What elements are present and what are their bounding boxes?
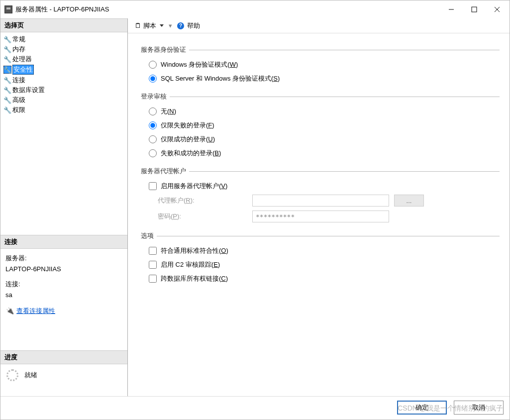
maximize-button[interactable] [463, 1, 486, 18]
wrench-icon: 🔧 [3, 106, 11, 114]
cancel-button[interactable]: 取消 [454, 401, 504, 415]
wrench-icon: 🔧 [3, 45, 11, 53]
sidebar-item-advanced[interactable]: 🔧高级 [2, 95, 125, 105]
sidebar-item-label: 安全性 [12, 65, 34, 75]
server-auth-group: 服务器身份验证 Windows 身份验证模式(W) SQL Server 和 W… [141, 45, 500, 85]
login-audit-group: 登录审核 无(N) 仅限失败的登录(F) 仅限成功的登录(U) [141, 92, 500, 160]
script-label: 脚本 [143, 21, 156, 30]
progress-header: 进度 [0, 350, 127, 364]
options-group: 选项 符合通用标准符合性(O) 启用 C2 审核跟踪(E) 跨数据库所有权链接(… [141, 231, 500, 285]
sidebar-item-memory[interactable]: 🔧内存 [2, 44, 125, 54]
enable-proxy-checkbox[interactable]: 启用服务器代理帐户(V) [149, 182, 499, 191]
connection-value: sa [5, 290, 122, 301]
audit-success-radio[interactable]: 仅限成功的登录(U) [149, 135, 499, 144]
sidebar-item-security[interactable]: 🔧安全性 [2, 64, 125, 75]
plug-icon: 🔌 [5, 308, 14, 315]
auth-windows-radio[interactable]: Windows 身份验证模式(W) [149, 60, 499, 69]
wrench-icon: 🔧 [3, 96, 11, 104]
browse-proxy-button[interactable]: ... [394, 195, 424, 207]
proxy-account-group: 服务器代理帐户 启用服务器代理帐户(V) 代理帐户(R): ... 密码(P): [141, 167, 500, 224]
connection-label: 连接: [5, 279, 122, 290]
proxy-password-field[interactable] [252, 210, 389, 222]
audit-failed-radio[interactable]: 仅限失败的登录(F) [149, 121, 499, 130]
help-icon: ? [177, 22, 184, 29]
audit-none-radio[interactable]: 无(N) [149, 107, 499, 116]
view-connection-properties-link[interactable]: 查看连接属性 [16, 306, 55, 316]
proxy-account-legend: 服务器代理帐户 [141, 167, 189, 176]
script-icon: 🗒 [135, 22, 141, 29]
wrench-icon: 🔧 [3, 35, 11, 43]
sidebar-item-permissions[interactable]: 🔧权限 [2, 105, 125, 115]
connection-info: 服务器: LAPTOP-6PNJIIAS 连接: sa 🔌 查看连接属性 [0, 249, 127, 320]
c2-audit-checkbox[interactable]: 启用 C2 审核跟踪(E) [149, 260, 499, 269]
common-criteria-checkbox[interactable]: 符合通用标准符合性(O) [149, 246, 499, 255]
wrench-icon: 🔧 [3, 66, 11, 74]
proxy-account-row: 代理帐户(R): ... [149, 195, 499, 207]
sidebar-item-label: 权限 [12, 105, 25, 114]
minimize-button[interactable] [440, 1, 463, 18]
wrench-icon: 🔧 [3, 76, 11, 84]
options-legend: 选项 [141, 231, 157, 240]
svg-rect-1 [472, 7, 477, 12]
sidebar-item-label: 高级 [12, 96, 25, 105]
window-buttons [440, 1, 509, 18]
help-label: 帮助 [187, 21, 200, 30]
login-audit-legend: 登录审核 [141, 92, 170, 101]
server-auth-legend: 服务器身份验证 [141, 45, 189, 54]
sidebar-item-connections[interactable]: 🔧连接 [2, 75, 125, 85]
sidebar-item-label: 内存 [12, 45, 25, 54]
ok-button[interactable]: 确定 [397, 401, 447, 415]
close-button[interactable] [486, 1, 509, 18]
sidebar-item-label: 常规 [12, 35, 25, 44]
select-page-header: 选择页 [0, 18, 127, 32]
main-panel: 🗒 脚本 ▾ ? 帮助 服务器身份验证 Windows 身份验证模式(W) [128, 18, 510, 396]
titlebar: 服务器属性 - LAPTOP-6PNJIIAS [0, 0, 510, 18]
help-button[interactable]: ? 帮助 [175, 20, 202, 31]
progress-section: 就绪 [0, 364, 127, 386]
content-toolbar: 🗒 脚本 ▾ ? 帮助 [128, 18, 510, 33]
wrench-icon: 🔧 [3, 86, 11, 94]
svg-line-2 [495, 7, 500, 12]
app-icon [4, 5, 12, 13]
page-list: 🔧常规 🔧内存 🔧处理器 🔧安全性 🔧连接 🔧数据库设置 🔧高级 🔧权限 [0, 32, 127, 117]
server-label: 服务器: [5, 253, 122, 264]
sidebar-item-general[interactable]: 🔧常规 [2, 34, 125, 44]
spinner-icon [6, 369, 18, 381]
sidebar-item-label: 处理器 [12, 55, 32, 64]
dialog-footer: 确定 取消 [0, 396, 510, 420]
proxy-account-field[interactable] [252, 195, 389, 207]
audit-both-radio[interactable]: 失败和成功的登录(B) [149, 149, 499, 158]
sidebar-item-processors[interactable]: 🔧处理器 [2, 54, 125, 64]
svg-line-3 [495, 7, 500, 12]
sidebar-item-label: 数据库设置 [12, 86, 45, 95]
sidebar: 选择页 🔧常规 🔧内存 🔧处理器 🔧安全性 🔧连接 🔧数据库设置 🔧高级 🔧权限… [0, 18, 128, 396]
connection-header: 连接 [0, 235, 127, 249]
proxy-password-row: 密码(P): [149, 210, 499, 222]
script-dropdown[interactable]: 🗒 脚本 [133, 20, 166, 31]
window-title: 服务器属性 - LAPTOP-6PNJIIAS [15, 5, 440, 14]
cross-db-checkbox[interactable]: 跨数据库所有权链接(C) [149, 274, 499, 283]
auth-mixed-radio[interactable]: SQL Server 和 Windows 身份验证模式(S) [149, 74, 499, 83]
wrench-icon: 🔧 [3, 55, 11, 63]
progress-status: 就绪 [24, 371, 37, 380]
sidebar-item-label: 连接 [12, 76, 25, 85]
server-value: LAPTOP-6PNJIIAS [5, 264, 122, 275]
sidebar-item-database-settings[interactable]: 🔧数据库设置 [2, 85, 125, 95]
